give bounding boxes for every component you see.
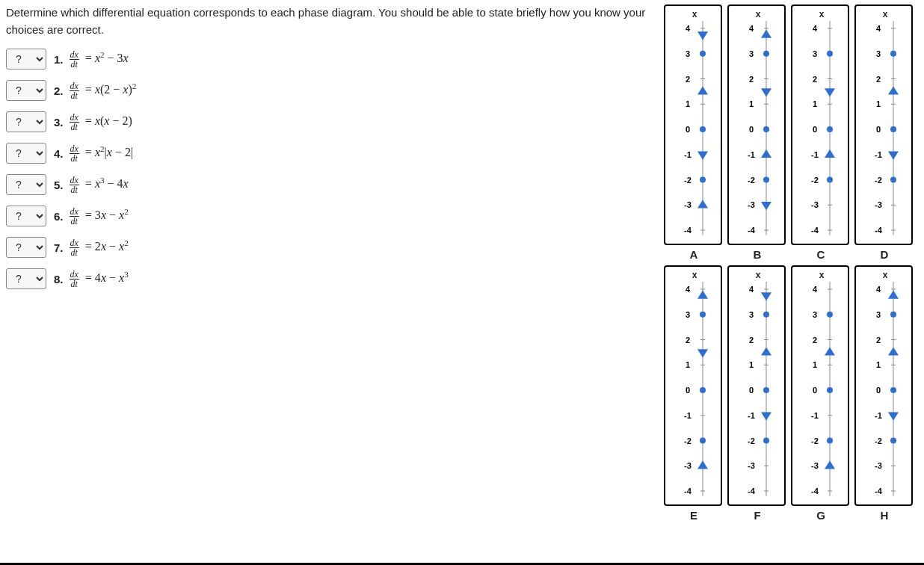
answer-select[interactable]: ?	[6, 237, 46, 258]
svg-text:1: 1	[876, 360, 881, 369]
svg-text:-3: -3	[748, 200, 755, 209]
svg-text:3: 3	[813, 310, 817, 319]
phase-diagram: x-4-3-2-101234F	[727, 265, 787, 522]
question-row: ?6.dxdt = 3x − x2	[6, 206, 656, 226]
diagram-label: A	[664, 248, 724, 261]
question-row: ?2.dxdt = x(2 − x)2	[6, 80, 656, 101]
svg-text:3: 3	[813, 49, 817, 58]
svg-text:-3: -3	[875, 200, 882, 209]
diagram-label: B	[727, 248, 787, 261]
svg-text:4: 4	[686, 285, 691, 294]
question-row: ?5.dxdt = x3 − 4x	[6, 174, 656, 195]
svg-text:-4: -4	[748, 487, 756, 495]
question-number: 2.	[54, 84, 64, 97]
svg-text:-1: -1	[684, 150, 692, 159]
svg-text:-4: -4	[811, 226, 819, 235]
question-row: ?7.dxdt = 2x − x2	[6, 237, 656, 258]
equilibrium-dot	[700, 177, 706, 183]
equilibrium-dot	[827, 438, 833, 444]
svg-text:4: 4	[749, 285, 754, 294]
svg-text:1: 1	[749, 99, 754, 108]
question-number: 3.	[54, 116, 64, 129]
arrow-down-icon	[888, 152, 899, 160]
svg-text:3: 3	[749, 49, 754, 58]
svg-text:4: 4	[813, 24, 818, 33]
equation: dxdt = x(2 − x)2	[70, 81, 137, 99]
phase-diagram: x-4-3-2-101234C	[791, 4, 851, 261]
svg-text:-3: -3	[875, 461, 882, 470]
equilibrium-dot	[763, 438, 769, 444]
diagram-label: C	[791, 248, 851, 261]
equation: dxdt = x(x − 2)	[70, 113, 132, 132]
svg-text:1: 1	[813, 99, 817, 108]
svg-text:-2: -2	[811, 176, 819, 185]
phase-diagram: x-4-3-2-101234G	[791, 265, 851, 522]
equilibrium-dot	[827, 51, 833, 57]
diagram-label: F	[727, 509, 787, 522]
equilibrium-dot	[890, 177, 896, 183]
phase-diagram: x-4-3-2-101234H	[854, 265, 914, 522]
axis-label: x	[860, 9, 910, 19]
svg-text:-3: -3	[748, 461, 755, 470]
arrow-up-icon	[825, 149, 835, 158]
svg-text:2: 2	[749, 75, 754, 84]
answer-select[interactable]: ?	[6, 49, 46, 70]
equilibrium-dot	[700, 312, 706, 318]
equilibrium-dot	[763, 387, 769, 393]
svg-text:-4: -4	[811, 487, 819, 495]
svg-text:-1: -1	[748, 150, 755, 159]
equilibrium-dot	[890, 438, 896, 444]
svg-text:2: 2	[813, 336, 817, 345]
svg-text:1: 1	[813, 360, 817, 369]
equation: dxdt = 3x − x2	[70, 206, 129, 225]
arrow-down-icon	[761, 292, 771, 300]
arrow-down-icon	[761, 202, 771, 210]
arrow-up-icon	[761, 149, 771, 158]
answer-select[interactable]: ?	[6, 111, 46, 132]
arrow-down-icon	[825, 88, 835, 96]
arrow-up-icon	[697, 86, 708, 94]
answer-select[interactable]: ?	[6, 143, 46, 164]
svg-text:4: 4	[686, 24, 691, 33]
svg-text:2: 2	[876, 75, 881, 84]
svg-text:-3: -3	[811, 200, 819, 209]
question-row: ?4.dxdt = x2|x − 2|	[6, 143, 656, 164]
svg-text:0: 0	[686, 386, 690, 395]
axis-label: x	[797, 9, 846, 19]
axis-label: x	[860, 270, 910, 280]
answer-select[interactable]: ?	[6, 174, 46, 195]
diagram-label: D	[854, 248, 914, 261]
svg-text:-3: -3	[811, 461, 819, 470]
equilibrium-dot	[763, 312, 769, 318]
svg-text:2: 2	[686, 336, 690, 345]
svg-text:-4: -4	[684, 226, 692, 235]
equilibrium-dot	[890, 51, 896, 57]
equilibrium-dot	[700, 126, 706, 132]
svg-text:-1: -1	[811, 411, 819, 420]
diagram-label: E	[664, 509, 724, 522]
svg-text:0: 0	[876, 386, 881, 395]
equilibrium-dot	[763, 126, 769, 132]
svg-text:1: 1	[749, 360, 754, 369]
equilibrium-dot	[827, 177, 833, 183]
question-number: 4.	[54, 147, 64, 160]
svg-text:-4: -4	[684, 487, 692, 495]
equilibrium-dot	[763, 177, 769, 183]
svg-text:-4: -4	[875, 226, 883, 235]
answer-select[interactable]: ?	[6, 206, 46, 226]
svg-text:-1: -1	[811, 150, 819, 159]
question-row: ?8.dxdt = 4x − x3	[6, 268, 656, 289]
equation: dxdt = 2x − x2	[70, 238, 129, 256]
phase-diagram: x-4-3-2-101234E	[664, 265, 724, 522]
equation: dxdt = x2 − 3x	[70, 49, 129, 68]
svg-text:-4: -4	[875, 487, 883, 495]
answer-select[interactable]: ?	[6, 80, 46, 101]
svg-text:0: 0	[749, 386, 754, 395]
svg-text:4: 4	[813, 285, 818, 294]
svg-text:1: 1	[876, 99, 881, 108]
arrow-down-icon	[697, 349, 708, 357]
axis-label: x	[670, 9, 719, 19]
diagram-label: G	[791, 509, 851, 522]
question-row: ?3.dxdt = x(x − 2)	[6, 111, 656, 132]
answer-select[interactable]: ?	[6, 268, 46, 289]
